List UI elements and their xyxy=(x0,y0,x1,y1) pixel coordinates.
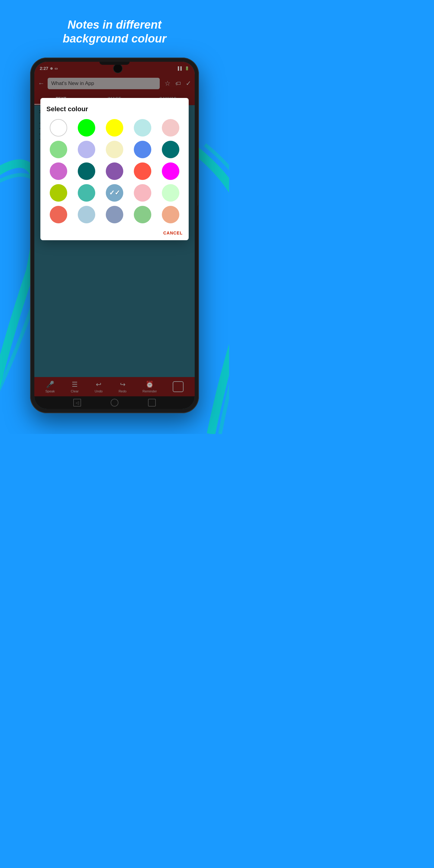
color-circle-15[interactable] xyxy=(50,184,67,202)
phone-screen: 2:27 ⊕ ▭ ▌▌ 🔋 ← What's New in App ☆ 🏷 ✓ xyxy=(34,62,195,409)
color-circle-9[interactable] xyxy=(162,141,179,158)
color-circle-14[interactable] xyxy=(162,162,179,180)
color-circle-10[interactable] xyxy=(50,162,67,180)
color-circle-2[interactable] xyxy=(106,119,123,136)
phone-frame: 2:27 ⊕ ▭ ▌▌ 🔋 ← What's New in App ☆ 🏷 ✓ xyxy=(30,58,199,413)
color-circle-1[interactable] xyxy=(78,119,95,136)
color-grid: ✓ xyxy=(46,119,183,223)
color-circle-20[interactable] xyxy=(50,206,67,223)
color-circle-21[interactable] xyxy=(78,206,95,223)
color-circle-22[interactable] xyxy=(106,206,123,223)
color-circle-4[interactable] xyxy=(162,119,179,136)
color-circle-8[interactable] xyxy=(134,141,151,158)
cancel-button[interactable]: CANCEL xyxy=(163,230,183,236)
color-circle-6[interactable] xyxy=(78,141,95,158)
color-circle-16[interactable] xyxy=(78,184,95,202)
color-circle-24[interactable] xyxy=(162,206,179,223)
color-circle-17[interactable]: ✓ xyxy=(106,184,123,202)
color-circle-18[interactable] xyxy=(134,184,151,202)
color-circle-3[interactable] xyxy=(134,119,151,136)
color-circle-13[interactable] xyxy=(134,162,151,180)
dialog-title: Select colour xyxy=(46,105,183,113)
dialog-actions: CANCEL xyxy=(46,229,183,236)
camera-bump xyxy=(198,182,199,206)
color-circle-11[interactable] xyxy=(78,162,95,180)
color-circle-23[interactable] xyxy=(134,206,151,223)
phone-mockup: 2:27 ⊕ ▭ ▌▌ 🔋 ← What's New in App ☆ 🏷 ✓ xyxy=(30,58,199,413)
color-circle-0[interactable] xyxy=(50,119,67,136)
color-circle-7[interactable] xyxy=(106,141,123,158)
color-circle-19[interactable] xyxy=(162,184,179,202)
color-circle-5[interactable] xyxy=(50,141,67,158)
color-picker-dialog: Select colour ✓ CANCEL xyxy=(40,98,189,240)
page-title: Notes in different background colour xyxy=(44,18,184,45)
color-circle-12[interactable] xyxy=(106,162,123,180)
